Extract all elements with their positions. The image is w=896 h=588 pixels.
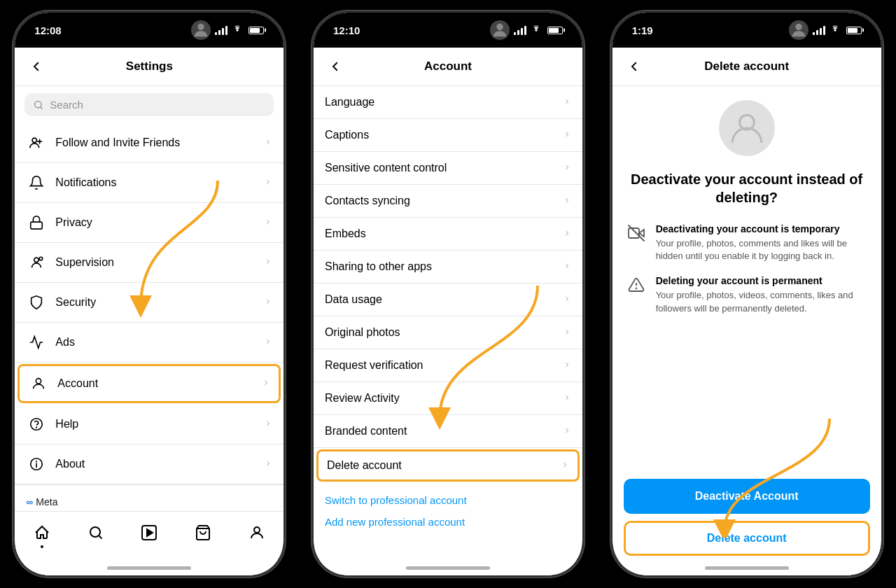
follow-label: Follow and Invite Friends bbox=[55, 136, 264, 149]
svg-point-17 bbox=[795, 24, 802, 30]
account-item-photos[interactable]: Original photos bbox=[314, 316, 582, 349]
svg-rect-3 bbox=[31, 222, 43, 229]
account-item-verification[interactable]: Request verification bbox=[314, 349, 582, 382]
supervision-label: Supervision bbox=[55, 256, 264, 269]
data-chevron bbox=[563, 293, 571, 306]
sidebar-item-ads[interactable]: Ads bbox=[15, 323, 284, 363]
status-avatar-3 bbox=[789, 20, 808, 40]
verification-chevron bbox=[563, 359, 571, 372]
shield-icon bbox=[26, 292, 47, 313]
account-item-sensitive[interactable]: Sensitive content control bbox=[314, 152, 582, 185]
warning-icon bbox=[626, 275, 646, 295]
sidebar-item-follow[interactable]: Follow and Invite Friends bbox=[15, 123, 284, 163]
sidebar-item-privacy[interactable]: Privacy bbox=[15, 203, 284, 243]
sidebar-item-notifications[interactable]: Notifications bbox=[15, 163, 284, 203]
settings-footer: ∞ Meta Accounts Center Control settings … bbox=[15, 484, 284, 511]
nav-shop[interactable] bbox=[189, 519, 217, 547]
sensitive-label: Sensitive content control bbox=[325, 162, 563, 174]
pro-links: Switch to professional account Add new p… bbox=[314, 483, 582, 549]
account-label: Account bbox=[57, 377, 262, 390]
signal-bars-1 bbox=[215, 25, 227, 35]
svg-rect-19 bbox=[629, 228, 639, 238]
nav-home[interactable] bbox=[28, 519, 56, 547]
svg-point-16 bbox=[496, 24, 503, 30]
nav-profile[interactable] bbox=[243, 519, 271, 547]
embeds-label: Embeds bbox=[325, 227, 563, 240]
sidebar-item-about[interactable]: About bbox=[15, 444, 284, 484]
deactivate-button[interactable]: Deactivate Account bbox=[624, 479, 870, 514]
sidebar-item-supervision[interactable]: Supervision bbox=[15, 243, 284, 283]
page-title-1: Settings bbox=[47, 59, 251, 74]
security-label: Security bbox=[55, 296, 264, 309]
account-item-embeds[interactable]: Embeds bbox=[314, 218, 582, 251]
page-title-2: Account bbox=[346, 59, 550, 74]
account-item-captions[interactable]: Captions bbox=[314, 119, 582, 152]
svg-point-12 bbox=[90, 527, 100, 537]
delete-content: Deactivate your account instead of delet… bbox=[612, 86, 881, 472]
account-item-branded[interactable]: Branded content bbox=[314, 415, 582, 448]
meta-symbol: ∞ bbox=[26, 496, 33, 507]
account-item-contacts[interactable]: Contacts syncing bbox=[314, 185, 582, 218]
switch-pro-link[interactable]: Switch to professional account bbox=[325, 494, 571, 506]
supervision-chevron bbox=[264, 256, 272, 269]
delete-label: Delete account bbox=[327, 459, 561, 472]
search-placeholder: Search bbox=[50, 99, 83, 111]
language-chevron bbox=[563, 96, 571, 108]
search-icon bbox=[33, 99, 44, 111]
sharing-chevron bbox=[563, 260, 571, 273]
status-bar-1: 12:08 bbox=[15, 13, 284, 48]
delete-button[interactable]: Delete account bbox=[624, 521, 870, 556]
back-button-3[interactable] bbox=[624, 56, 645, 77]
security-chevron bbox=[264, 296, 272, 309]
status-bar-2: 12:10 bbox=[314, 13, 582, 48]
back-button-1[interactable] bbox=[26, 56, 47, 77]
search-bar[interactable]: Search bbox=[24, 93, 274, 116]
sidebar-item-help[interactable]: Help bbox=[15, 405, 284, 444]
deactivate-heading: Deactivating your account is temporary bbox=[656, 223, 867, 234]
no-camera-icon bbox=[626, 223, 646, 243]
svg-point-22 bbox=[636, 288, 636, 289]
branded-chevron bbox=[563, 425, 571, 438]
activity-chevron bbox=[563, 392, 571, 405]
nav-reels[interactable] bbox=[135, 519, 163, 547]
wifi-icon-1 bbox=[232, 25, 243, 36]
account-item-data[interactable]: Data usage bbox=[314, 284, 582, 316]
signal-bars-3 bbox=[813, 25, 825, 35]
sidebar-item-account[interactable]: Account bbox=[18, 364, 281, 403]
battery-icon-1 bbox=[248, 27, 264, 34]
battery-icon-2 bbox=[547, 27, 563, 34]
account-item-language[interactable]: Language bbox=[314, 86, 582, 119]
account-chevron bbox=[262, 377, 270, 390]
status-icons-3 bbox=[789, 20, 862, 40]
svg-point-0 bbox=[198, 24, 204, 30]
nav-search[interactable] bbox=[82, 519, 110, 547]
svg-point-1 bbox=[35, 101, 41, 107]
account-item-activity[interactable]: Review Activity bbox=[314, 382, 582, 415]
back-button-2[interactable] bbox=[325, 56, 346, 77]
language-label: Language bbox=[325, 96, 563, 108]
account-item-delete[interactable]: Delete account bbox=[316, 449, 580, 482]
follow-icon bbox=[26, 132, 47, 153]
sharing-label: Sharing to other apps bbox=[325, 260, 563, 273]
battery-icon-3 bbox=[846, 27, 862, 34]
nav-bar-2: Account bbox=[314, 48, 582, 86]
dynamic-island-3 bbox=[708, 21, 785, 42]
add-pro-link[interactable]: Add new professional account bbox=[325, 516, 571, 528]
activity-label: Review Activity bbox=[325, 392, 563, 405]
notifications-chevron bbox=[264, 176, 272, 189]
account-icon bbox=[28, 373, 49, 394]
verification-label: Request verification bbox=[325, 359, 563, 372]
account-item-sharing[interactable]: Sharing to other apps bbox=[314, 251, 582, 284]
svg-point-5 bbox=[39, 257, 43, 260]
follow-chevron bbox=[264, 136, 272, 149]
svg-point-8 bbox=[36, 427, 37, 428]
status-icons-2 bbox=[490, 20, 563, 40]
privacy-label: Privacy bbox=[55, 216, 264, 229]
account-list: Language Captions Sensitive content cont… bbox=[314, 86, 582, 560]
bell-icon bbox=[26, 172, 47, 193]
notifications-label: Notifications bbox=[55, 176, 264, 189]
sidebar-item-security[interactable]: Security bbox=[15, 283, 284, 323]
svg-point-6 bbox=[36, 379, 41, 384]
dynamic-island-1 bbox=[111, 21, 188, 42]
captions-chevron bbox=[563, 129, 571, 141]
